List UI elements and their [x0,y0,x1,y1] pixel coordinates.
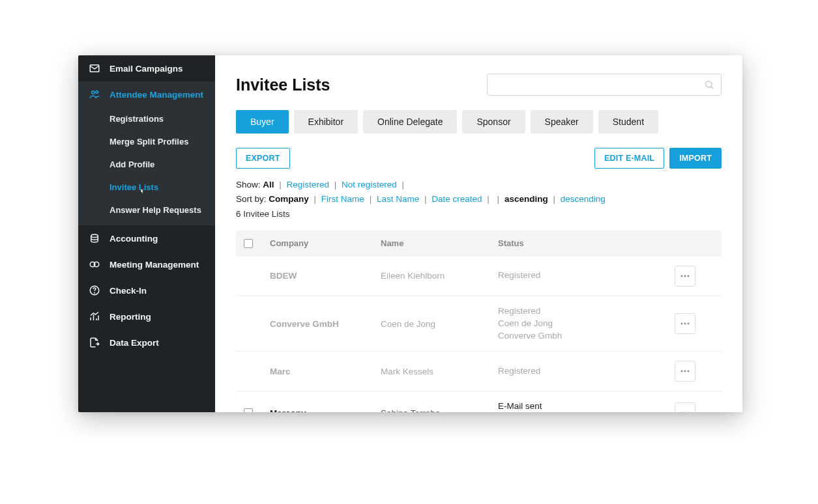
svg-point-11 [688,275,690,277]
users-icon [89,89,100,100]
dots-icon [680,275,690,277]
table-row[interactable]: BDEWEileen KiehlbornRegistered [236,257,722,296]
tab-online-delegate[interactable]: Online Delegate [363,110,457,133]
svg-point-7 [95,292,95,293]
separator: | [312,194,319,204]
table-row[interactable]: Converve GmbHCoen de JongRegisteredCoen … [236,296,722,352]
sidebar-item-accounting[interactable]: Accounting [78,225,215,251]
sidebar-item-label: Check-In [110,286,147,296]
sidebar-item-registrations[interactable]: Registrations [78,107,215,130]
export-icon [89,337,100,348]
cell-name: Coen de Jong [381,319,498,329]
cell-name: Sabine Terrahe [381,408,498,412]
sidebar-item-invitee-lists[interactable]: Invitee Lists [78,176,215,199]
sidebar-item-label: Invitee Lists [110,182,158,192]
separator: | [367,194,375,204]
sidebar-submenu: Registrations Merge Split Profiles Add P… [78,107,215,225]
svg-point-13 [684,323,686,325]
sort-company[interactable]: Company [269,194,309,204]
select-all-checkbox[interactable] [244,239,253,248]
main-content: Invitee Lists Buyer Exhibitor Online Del… [215,55,742,412]
tab-sponsor[interactable]: Sponsor [462,110,525,133]
sidebar-item-label: Reporting [110,312,151,322]
sort-first-name[interactable]: First Name [321,194,364,204]
cell-status: E-Mail sent2018-12-06 11:14:46 [498,400,675,412]
show-label: Show: [236,180,261,189]
separator: | [422,194,430,204]
sidebar-item-reporting[interactable]: Reporting [78,303,215,329]
cell-status: Registered [498,365,675,378]
svg-point-3 [91,234,98,238]
tab-buyer[interactable]: Buyer [236,110,289,133]
search-input[interactable] [487,74,722,96]
show-not-registered[interactable]: Not registered [342,180,397,189]
import-button[interactable]: IMPORT [669,148,722,169]
row-checkbox[interactable] [244,408,253,412]
search-icon [704,79,714,90]
table-row[interactable]: MarcMark KesselsRegistered [236,352,722,391]
sidebar-item-data-export[interactable]: Data Export [78,329,215,356]
svg-point-15 [681,371,683,372]
svg-point-9 [681,275,683,277]
show-all[interactable]: All [263,180,274,189]
cell-company: Marcony [270,408,381,412]
more-button[interactable] [675,402,695,412]
tab-exhibitor[interactable]: Exhibitor [294,110,358,133]
separator: | [550,194,558,204]
table-row[interactable]: MarconySabine TerraheE-Mail sent2018-12-… [236,391,722,412]
page-header: Invitee Lists [236,74,722,96]
sidebar-item-attendee-management[interactable]: Attendee Management [78,81,215,107]
more-button[interactable] [675,313,695,334]
filters: Show: All | Registered | Not registered … [236,178,722,221]
sort-last-name[interactable]: Last Name [377,194,419,204]
svg-point-12 [681,323,683,325]
svg-point-16 [684,371,686,372]
dots-icon [680,412,690,412]
export-button[interactable]: EXPORT [236,148,290,169]
sidebar-item-label: Attendee Management [110,90,203,100]
separator: | [400,180,407,189]
question-circle-icon [89,285,100,296]
sort-label: Sort by: [236,194,267,204]
col-name[interactable]: Name [381,238,498,248]
sort-date-created[interactable]: Date created [431,194,482,204]
separator: | [332,180,340,189]
sidebar-item-label: Data Export [110,338,159,348]
table-body: BDEWEileen KiehlbornRegisteredConverve G… [236,257,722,412]
order-ascending[interactable]: ascending [504,194,548,204]
col-company[interactable]: Company [270,238,381,248]
sidebar-item-check-in[interactable]: Check-In [78,277,215,303]
sidebar-item-label: Meeting Management [110,260,199,270]
tab-speaker[interactable]: Speaker [531,110,593,133]
sidebar-item-merge-split[interactable]: Merge Split Profiles [78,130,215,153]
cell-company: Converve GmbH [270,319,381,329]
sidebar-item-label: Email Campaigns [110,64,183,74]
sidebar-item-answer-help[interactable]: Answer Help Requests [78,199,215,221]
cell-name: Eileen Kiehlborn [381,271,498,281]
table-header: Company Name Status [236,231,722,257]
more-button[interactable] [675,266,695,287]
table: Company Name Status BDEWEileen Kiehlborn… [236,231,722,412]
col-status[interactable]: Status [498,238,675,248]
actions-row: EXPORT EDIT E-MAIL IMPORT [236,148,722,169]
app-window: Email Campaigns Attendee Management Regi… [78,55,742,412]
sidebar-item-meeting-management[interactable]: Meeting Management [78,251,215,277]
separator: | [276,180,284,189]
more-button[interactable] [675,361,695,382]
cell-company: Marc [270,367,381,376]
envelope-icon [89,63,100,74]
svg-point-2 [96,91,98,93]
show-registered[interactable]: Registered [287,180,329,189]
cell-status: RegisteredCoen de JongConverve Gmbh [498,305,675,343]
dots-icon [680,322,690,325]
tab-student[interactable]: Student [598,110,658,133]
svg-point-17 [688,371,690,372]
coins-icon [89,232,100,244]
sidebar-item-email-campaigns[interactable]: Email Campaigns [78,55,215,81]
sidebar-item-add-profile[interactable]: Add Profile [78,153,215,176]
sidebar: Email Campaigns Attendee Management Regi… [78,55,215,412]
sidebar-item-label: Accounting [110,234,158,244]
order-descending[interactable]: descending [561,194,606,204]
edit-email-button[interactable]: EDIT E-MAIL [594,148,664,169]
page-title: Invitee Lists [236,76,330,94]
